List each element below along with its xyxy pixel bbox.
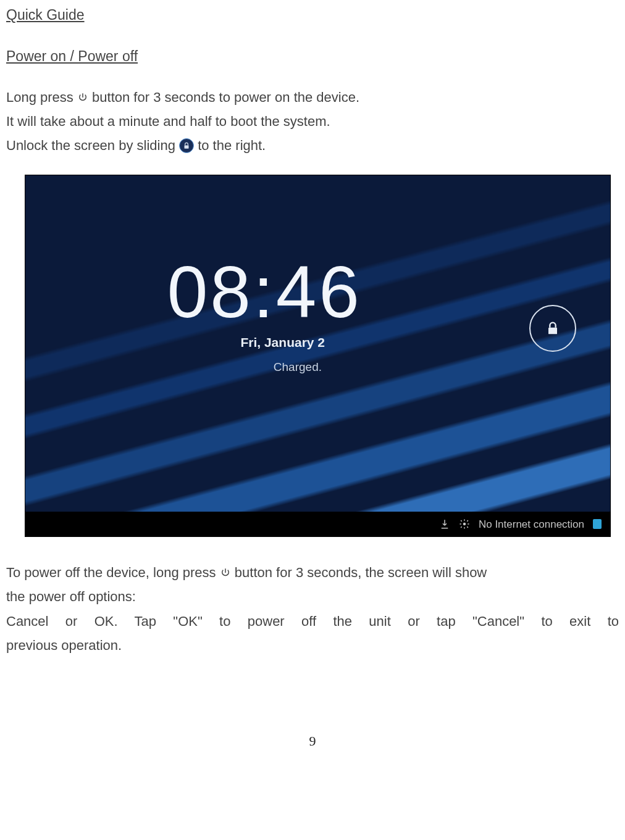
lock-ring-icon bbox=[529, 305, 576, 352]
paragraph-power-off-4: previous operation. bbox=[6, 634, 619, 656]
page-number: 9 bbox=[6, 730, 619, 752]
page-title: Quick Guide bbox=[6, 4, 619, 27]
statusbar-text: No Internet connection bbox=[479, 516, 584, 533]
paragraph-power-off-3: Cancel or OK. Tap "OK" to power off the … bbox=[6, 610, 619, 632]
text: Unlock the screen by sliding bbox=[6, 138, 179, 153]
power-icon bbox=[220, 563, 231, 574]
paragraph-boot-time: It will take about a minute and half to … bbox=[6, 110, 619, 132]
svg-point-2 bbox=[463, 523, 466, 526]
paragraph-power-off-2: the power off options: bbox=[6, 586, 619, 607]
clock-date: Fri, January 2 bbox=[53, 332, 362, 353]
svg-rect-1 bbox=[548, 328, 557, 335]
lock-icon bbox=[179, 138, 194, 153]
status-bar: No Internet connection bbox=[25, 512, 610, 536]
settings-icon bbox=[459, 518, 470, 530]
section-heading: Power on / Power off bbox=[6, 45, 619, 68]
power-icon bbox=[77, 88, 88, 99]
clock-block: 08:46 Fri, January 2 Charged. bbox=[53, 256, 362, 376]
svg-rect-0 bbox=[185, 145, 189, 148]
lockscreen-screenshot: 08:46 Fri, January 2 Charged. No Interne… bbox=[25, 175, 611, 537]
clock-time: 08:46 bbox=[53, 256, 362, 328]
paragraph-power-off-1: To power off the device, long press butt… bbox=[6, 562, 619, 583]
paragraph-power-on: Long press button for 3 seconds to power… bbox=[6, 86, 619, 108]
battery-icon bbox=[593, 519, 602, 529]
text: button for 3 seconds to power on the dev… bbox=[92, 89, 359, 105]
text: button for 3 seconds, the screen will sh… bbox=[235, 565, 487, 580]
battery-status: Charged. bbox=[53, 358, 362, 376]
text: To power off the device, long press bbox=[6, 565, 220, 580]
paragraph-unlock: Unlock the screen by sliding to the righ… bbox=[6, 135, 619, 156]
text: Long press bbox=[6, 89, 77, 105]
download-icon bbox=[439, 518, 450, 530]
text: to the right. bbox=[198, 138, 266, 153]
